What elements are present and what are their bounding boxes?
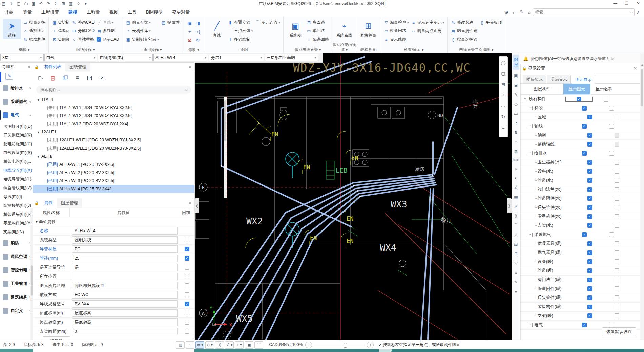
property-value-field[interactable]: 层底标高 bbox=[72, 309, 178, 317]
status-tool-icon-4[interactable]: ╳ bbox=[215, 341, 224, 349]
show-element-checkbox[interactable]: ✓ bbox=[587, 178, 592, 183]
display-row-支架(水)[interactable]: └支架(水)✓ bbox=[521, 221, 640, 230]
tab-BIM模型[interactable]: BIM模型 bbox=[141, 7, 167, 17]
checkbox-checked-icon[interactable]: ✓ bbox=[97, 37, 101, 42]
display-tab-楼层显示[interactable]: 楼层显示 bbox=[523, 75, 546, 83]
display-row-管道(水)[interactable]: └管道(水)✓ bbox=[521, 176, 640, 185]
display-row-通头管件(暖)[interactable]: └通头管件(暖)✓ bbox=[521, 293, 640, 303]
display-row-设备(水)[interactable]: └设备(水)✓ bbox=[521, 167, 640, 176]
show-name-checkbox[interactable] bbox=[615, 178, 619, 183]
show-element-checkbox[interactable]: ✓ bbox=[587, 278, 592, 282]
display-row-零星构件(水)[interactable]: └零星构件(水)✓ bbox=[521, 212, 640, 221]
show-element-checkbox[interactable]: ✓ bbox=[587, 241, 592, 246]
display-row-供暖器具(暖)[interactable]: └供暖器具(暖)✓ bbox=[521, 239, 640, 248]
context-dropdown-2[interactable]: 电线导管(电)▾ bbox=[98, 54, 153, 61]
ribbon-item-补画CAD[interactable]: ✎补画CAD bbox=[71, 18, 95, 27]
ribbon-item-图元属性刷[interactable]: ▤图元属性刷 bbox=[451, 27, 477, 35]
modify-tool-icon-1[interactable]: ◨ bbox=[194, 19, 202, 27]
ribbon-item-C移动[interactable]: +C移动 bbox=[52, 27, 69, 35]
ribbon-group-label[interactable]: 表格算量 bbox=[356, 47, 380, 52]
show-name-checkbox[interactable] bbox=[604, 97, 608, 102]
collapse-minus-icon[interactable]: − bbox=[523, 97, 527, 101]
display-row-管道附件(水)[interactable]: └管道附件(水)✓ bbox=[521, 194, 640, 203]
tab-变更对量[interactable]: 变更对量 bbox=[167, 7, 194, 17]
show-name-checkbox[interactable] bbox=[615, 115, 619, 119]
cad-canvas[interactable]: WDZ-YJY-3X16-JDG40,CC,WC WX2WX3WX4WX5ENE… bbox=[195, 53, 512, 340]
lock-icon[interactable]: 🔒 bbox=[521, 66, 528, 71]
skin-icon[interactable]: ⌂ bbox=[526, 9, 533, 15]
show-name-checkbox[interactable] bbox=[609, 151, 614, 156]
status-tool-icon-3[interactable]: ◇ ▾ bbox=[205, 341, 214, 349]
col-show-element[interactable]: 显示图元 bbox=[563, 84, 590, 94]
nav-item-综合管线(电)(Z)[interactable]: 综合管线(电)(Z) bbox=[0, 183, 33, 192]
show-name-checkbox[interactable] bbox=[615, 214, 619, 219]
display-row-阀门法兰(暖)[interactable]: └阀门法兰(暖)✓ bbox=[521, 276, 640, 285]
tree-item[interactable]: [未用]11AL1-WL3 [JDG 20 WDZ-BYJ-2X4] bbox=[33, 120, 194, 128]
dock-icon-bottom-6[interactable]: ⌒ bbox=[512, 221, 520, 230]
display-row-辅助轴线[interactable]: └辅助轴线✓ bbox=[521, 140, 640, 149]
quick-tool-icon-0[interactable]: ◯ bbox=[501, 58, 506, 69]
dock-icon-bottom-4[interactable]: ⇄ bbox=[512, 202, 520, 211]
expand-triangle-icon[interactable]: ▼ bbox=[37, 153, 40, 161]
nav-group-智控弱电[interactable]: 智控弱电∨ bbox=[0, 263, 33, 277]
quick-tool-icon-5[interactable]: ↻ bbox=[501, 112, 505, 123]
ribbon-item-显示选中图元[interactable]: ≡显示选中图元▾ bbox=[411, 18, 444, 27]
nav-group-电气[interactable]: 电气∧ bbox=[0, 108, 33, 122]
modify-tool-icon-2[interactable]: + bbox=[186, 27, 194, 36]
status-tool-icon-5[interactable]: ∠ ▾ bbox=[225, 341, 234, 349]
show-element-checkbox[interactable]: ✓ bbox=[577, 97, 581, 102]
attach-checkbox[interactable]: ✓ bbox=[185, 302, 189, 306]
attach-checkbox[interactable]: ✓ bbox=[185, 247, 189, 251]
tree-item[interactable]: [未用]11AL1-WL2 [JDG 20 WDZ-BYJ-3X2.5] bbox=[33, 112, 194, 120]
tree-item[interactable]: [未用]12ALE1-WLE2 [JDG 20 WDZN-BYJ-3X2.5] bbox=[33, 144, 194, 152]
dock-icon-bottom-1[interactable]: ◐ bbox=[512, 173, 520, 183]
show-name-checkbox[interactable] bbox=[615, 223, 619, 228]
show-element-checkbox[interactable]: ✓ bbox=[582, 232, 587, 237]
show-element-checkbox[interactable]: ✓ bbox=[582, 151, 587, 156]
lock-icon[interactable]: 🔒 bbox=[33, 201, 40, 205]
ribbon-item-三点画弧[interactable]: ⌒三点画弧▾ bbox=[228, 27, 253, 35]
ribbon-item-C删除[interactable]: ⊠C删除 bbox=[52, 35, 69, 44]
property-value-field[interactable]: BV-3X4 bbox=[72, 300, 178, 308]
attach-checkbox[interactable] bbox=[185, 329, 189, 334]
brightness-minus-icon[interactable]: − bbox=[305, 342, 312, 348]
status-tool-icon-8[interactable]: ⌒ bbox=[254, 341, 263, 349]
nav-item-桥架电沟(电)(...[interactable]: 桥架电沟(电)(... bbox=[0, 157, 33, 166]
show-name-checkbox[interactable] bbox=[615, 187, 619, 192]
ribbon-big-系统布线[interactable]: ⌁系统布线 bbox=[335, 19, 353, 39]
ribbon-group-label[interactable]: 识别桥架内线缆 ▾ bbox=[332, 42, 356, 52]
col-show-name[interactable]: 显示名称 bbox=[590, 84, 618, 94]
show-name-checkbox[interactable] bbox=[615, 196, 619, 201]
display-row-区域[interactable]: └区域✓ bbox=[521, 113, 640, 122]
attach-checkbox[interactable] bbox=[185, 265, 189, 270]
attach-checkbox[interactable] bbox=[185, 238, 189, 242]
dock-icon-bottom-3[interactable]: ▦ bbox=[512, 192, 520, 202]
dock-icon-top-7[interactable]: ≡ bbox=[512, 137, 520, 147]
display-row-零星构件(暖)[interactable]: └零星构件(暖)✓ bbox=[521, 303, 640, 312]
dock-icon-top-2[interactable]: ✎ bbox=[512, 90, 520, 100]
ribbon-item-图元存盘[interactable]: ▤图元存盘▾ bbox=[125, 18, 159, 27]
show-element-checkbox[interactable]: ✓ bbox=[587, 305, 592, 309]
global-search[interactable]: ○ bbox=[533, 8, 635, 16]
show-element-checkbox[interactable]: ✓ bbox=[587, 115, 592, 119]
dock-icon-bottom-5[interactable]: ╳ bbox=[512, 211, 520, 221]
nav-item-照明灯具(电)(D)[interactable]: 照明灯具(电)(D) bbox=[0, 122, 33, 131]
display-row-阀门法兰(水)[interactable]: └阀门法兰(水)✓ bbox=[521, 185, 640, 194]
property-value-field[interactable]: 25 bbox=[72, 255, 178, 262]
ribbon-item-显示CAD[interactable]: ✓显示CAD bbox=[97, 35, 119, 44]
property-value-field[interactable]: 是 bbox=[72, 264, 178, 271]
quick-tool-icon-2[interactable]: ⊞ bbox=[501, 80, 505, 90]
tab-建模[interactable]: 建模 bbox=[64, 7, 82, 17]
ribbon-group-label[interactable]: 通用操作 ▾ bbox=[122, 47, 183, 52]
tree-item[interactable]: [未用]12ALE1-WLE1 [JDG 20 WDZN-BYJ-3X2.5] bbox=[33, 136, 194, 144]
display-row-所有构件[interactable]: −所有构件✓ bbox=[521, 95, 640, 104]
property-value-field[interactable]: PC bbox=[72, 245, 178, 253]
cad-dock-label[interactable]: CAD bbox=[512, 156, 520, 164]
components-close-icon[interactable]: ✕ bbox=[188, 65, 192, 69]
user-icon[interactable]: ◉ bbox=[503, 9, 510, 15]
display-row-管道附件(暖)[interactable]: └管道附件(暖)✓ bbox=[521, 284, 640, 293]
dock-icon-bottom-11[interactable]: ≡ bbox=[512, 268, 520, 278]
dock-icon-top-1[interactable]: ⊞ bbox=[512, 81, 520, 90]
display-row-燃气器具(暖)[interactable]: └燃气器具(暖)✓ bbox=[521, 248, 640, 258]
property-value-field[interactable]: ALHa-WL4 bbox=[72, 227, 178, 235]
